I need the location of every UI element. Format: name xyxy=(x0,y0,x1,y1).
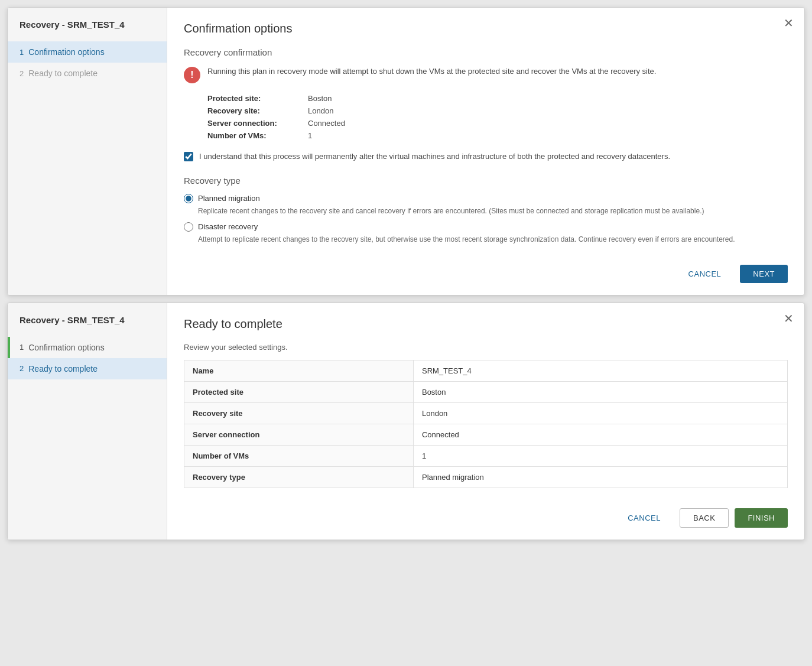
table-cell-value-protected: Boston xyxy=(413,381,787,402)
sidebar-item-ready-2[interactable]: 2 Ready to complete xyxy=(8,358,167,379)
table-cell-label-name: Name xyxy=(184,360,414,381)
info-row-server: Server connection: Connected xyxy=(207,119,788,128)
info-label-recovery: Recovery site: xyxy=(207,106,308,115)
info-row-recovery: Recovery site: London xyxy=(207,106,788,115)
table-cell-label-protected: Protected site xyxy=(184,381,414,402)
sidebar-item-ready-1[interactable]: 2 Ready to complete xyxy=(8,63,167,84)
main-content-1: ✕ Confirmation options Recovery confirma… xyxy=(167,8,804,295)
table-cell-label-type: Recovery type xyxy=(184,466,414,488)
info-value-server: Connected xyxy=(308,119,345,128)
info-table: Protected site: Boston Recovery site: Lo… xyxy=(207,94,788,140)
table-cell-value-recovery: London xyxy=(413,402,787,424)
close-button-1[interactable]: ✕ xyxy=(784,17,794,29)
step-num-2: 2 xyxy=(20,69,24,78)
radio-option-disaster: Disaster recovery Attempt to replicate r… xyxy=(184,222,788,245)
step-num-3: 1 xyxy=(20,343,24,352)
radio-desc-disaster: Attempt to replicate recent changes to t… xyxy=(198,234,788,245)
dialog-ready-to-complete: Recovery - SRM_TEST_4 1 Confirmation opt… xyxy=(7,303,805,540)
warning-icon: ! xyxy=(184,67,200,83)
info-row-protected: Protected site: Boston xyxy=(207,94,788,103)
step-label-2: Ready to complete xyxy=(28,69,98,78)
back-button[interactable]: BACK xyxy=(680,508,729,528)
sidebar-1: Recovery - SRM_TEST_4 1 Confirmation opt… xyxy=(8,8,167,295)
warning-text: Running this plan in recovery mode will … xyxy=(207,66,656,77)
info-label-vms: Number of VMs: xyxy=(207,131,308,140)
finish-button[interactable]: FINISH xyxy=(735,508,788,528)
radio-option-planned: Planned migration Replicate recent chang… xyxy=(184,194,788,216)
cancel-button-2[interactable]: CANCEL xyxy=(615,508,674,528)
recovery-type-title: Recovery type xyxy=(184,176,788,186)
sidebar-title-2: Recovery - SRM_TEST_4 xyxy=(8,315,167,337)
radio-desc-planned: Replicate recent changes to the recovery… xyxy=(198,206,788,216)
table-row: Number of VMs 1 xyxy=(184,445,788,466)
table-cell-label-recovery: Recovery site xyxy=(184,402,414,424)
sidebar-item-confirmation-2[interactable]: 1 Confirmation options xyxy=(8,337,167,358)
info-label-protected: Protected site: xyxy=(207,94,308,103)
sidebar-item-confirmation-options-1[interactable]: 1 Confirmation options xyxy=(8,41,167,63)
table-cell-value-vms: 1 xyxy=(413,445,787,466)
radio-row-planned: Planned migration xyxy=(184,194,788,203)
warning-box: ! Running this plan in recovery mode wil… xyxy=(184,66,788,83)
radio-planned[interactable] xyxy=(184,194,193,203)
step-label-1: Confirmation options xyxy=(28,47,104,57)
step-label-3: Confirmation options xyxy=(28,343,104,352)
info-row-vms: Number of VMs: 1 xyxy=(207,131,788,140)
review-table: Name SRM_TEST_4 Protected site Boston Re… xyxy=(184,360,788,488)
understand-checkbox[interactable] xyxy=(184,152,193,161)
close-button-2[interactable]: ✕ xyxy=(784,313,794,324)
table-cell-value-name: SRM_TEST_4 xyxy=(413,360,787,381)
dialog-header-2: Ready to complete xyxy=(184,317,788,331)
table-row: Name SRM_TEST_4 xyxy=(184,360,788,381)
radio-row-disaster: Disaster recovery xyxy=(184,222,788,232)
info-value-recovery: London xyxy=(308,106,333,115)
info-value-protected: Boston xyxy=(308,94,332,103)
dialog-confirmation-options: Recovery - SRM_TEST_4 1 Confirmation opt… xyxy=(7,7,805,295)
radio-label-planned: Planned migration xyxy=(198,194,260,203)
checkbox-label: I understand that this process will perm… xyxy=(199,151,670,163)
radio-disaster[interactable] xyxy=(184,222,193,232)
review-subtitle: Review your selected settings. xyxy=(184,343,788,352)
table-row: Server connection Connected xyxy=(184,424,788,445)
table-cell-value-type: Planned migration xyxy=(413,466,787,488)
table-row: Protected site Boston xyxy=(184,381,788,402)
sidebar-2: Recovery - SRM_TEST_4 1 Confirmation opt… xyxy=(8,303,167,540)
table-cell-value-server: Connected xyxy=(413,424,787,445)
radio-label-disaster: Disaster recovery xyxy=(198,222,258,231)
step-num-1: 1 xyxy=(20,48,24,57)
sidebar-title-1: Recovery - SRM_TEST_4 xyxy=(8,20,167,41)
checkbox-row: I understand that this process will perm… xyxy=(184,151,788,163)
cancel-button-1[interactable]: CANCEL xyxy=(675,265,735,283)
button-row-1: CANCEL NEXT xyxy=(184,259,788,283)
info-value-vms: 1 xyxy=(308,131,312,140)
dialog-header-1: Confirmation options xyxy=(184,22,788,35)
info-label-server: Server connection: xyxy=(207,119,308,128)
table-cell-label-vms: Number of VMs xyxy=(184,445,414,466)
table-cell-label-server: Server connection xyxy=(184,424,414,445)
table-row: Recovery site London xyxy=(184,402,788,424)
step-label-4: Ready to complete xyxy=(28,364,98,373)
step-num-4: 2 xyxy=(20,364,24,373)
button-row-2: CANCEL BACK FINISH xyxy=(184,502,788,528)
table-row: Recovery type Planned migration xyxy=(184,466,788,488)
main-content-2: ✕ Ready to complete Review your selected… xyxy=(167,303,804,540)
section-title-recovery-confirmation: Recovery confirmation xyxy=(184,47,788,57)
next-button[interactable]: NEXT xyxy=(740,265,788,283)
